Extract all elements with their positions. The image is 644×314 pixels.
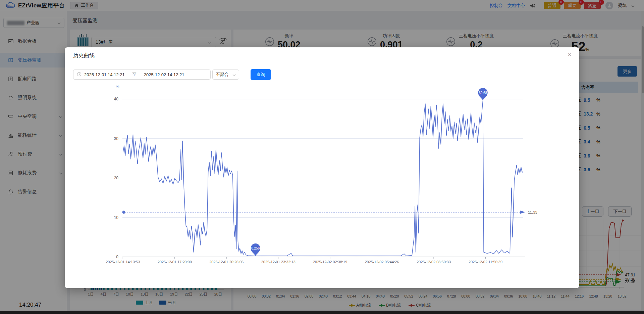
- svg-text:2025-12-01 20:26:06: 2025-12-01 20:26:06: [209, 260, 244, 264]
- aggregation-value: 不聚合: [216, 72, 229, 78]
- history-chart-svg: 010203040%2025-12-01 14:13:532025-12-01 …: [65, 79, 579, 277]
- svg-text:2025-12-01 17:20:00: 2025-12-01 17:20:00: [158, 260, 192, 264]
- svg-text:0: 0: [116, 255, 118, 259]
- svg-text:10: 10: [114, 215, 119, 220]
- close-icon[interactable]: ×: [568, 52, 571, 57]
- clock-icon: [77, 72, 82, 78]
- svg-text:11.33: 11.33: [528, 210, 537, 214]
- svg-text:2025-12-02 11:56:39: 2025-12-02 11:56:39: [469, 260, 502, 264]
- svg-text:2025-12-02 08:50:33: 2025-12-02 08:50:33: [417, 260, 451, 264]
- range-end-value[interactable]: 2025-12-02 14:12:21: [144, 72, 184, 77]
- aggregation-select[interactable]: 不聚合: [212, 70, 239, 80]
- svg-text:%: %: [116, 84, 119, 89]
- range-to-label: 至: [132, 72, 137, 78]
- aggregation-chevron-down-icon: [232, 72, 236, 77]
- range-start-value[interactable]: 2025-12-01 14:12:21: [84, 72, 125, 77]
- query-button[interactable]: 查询: [251, 69, 271, 80]
- svg-text:20: 20: [114, 176, 119, 180]
- date-range-picker[interactable]: 2025-12-01 14:12:21 至 2025-12-02 14:12:2…: [73, 70, 211, 80]
- svg-text:2025-12-02 05:44:26: 2025-12-02 05:44:26: [365, 260, 399, 264]
- svg-text:30: 30: [114, 136, 119, 141]
- svg-text:0.256: 0.256: [251, 246, 260, 250]
- svg-text:2025-12-02 02:38:19: 2025-12-02 02:38:19: [313, 260, 347, 264]
- svg-text:40: 40: [114, 97, 119, 101]
- svg-text:2025-12-01 14:13:53: 2025-12-01 14:13:53: [106, 260, 140, 264]
- history-curve-modal: 历史曲线 × 2025-12-01 14:12:21 至 2025-12-02 …: [65, 47, 579, 288]
- svg-text:2025-12-01 23:32:13: 2025-12-01 23:32:13: [261, 260, 296, 264]
- modal-title: 历史曲线: [73, 52, 95, 59]
- svg-text:39.68: 39.68: [479, 91, 487, 95]
